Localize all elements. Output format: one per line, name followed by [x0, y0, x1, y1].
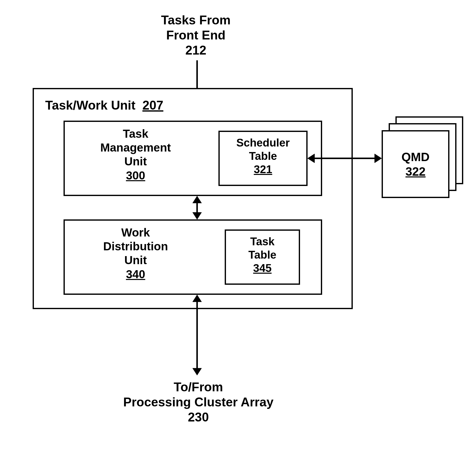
bottom-l1: To/From	[174, 380, 223, 394]
tt-l2: Table	[248, 249, 276, 261]
tmu-l1: Task	[123, 127, 148, 140]
top-line1: Tasks From	[161, 13, 231, 27]
wdu-l2: Distribution	[103, 240, 168, 253]
task-table-label: Task Table 345	[227, 235, 298, 275]
wdu-l1: Work	[121, 226, 150, 239]
top-line2: Front End	[166, 28, 225, 42]
svg-marker-10	[193, 368, 202, 375]
scheduler-table-label: Scheduler Table 321	[221, 136, 305, 176]
task-work-unit-title: Task/Work Unit 207	[45, 98, 163, 113]
diagram-canvas: Tasks From Front End 212 Task/Work Unit …	[0, 0, 468, 476]
tt-num: 345	[253, 262, 271, 274]
tmu-l3: Unit	[124, 155, 147, 168]
tmu-num: 300	[126, 169, 145, 182]
sched-num: 321	[254, 163, 272, 175]
sched-l2: Table	[249, 150, 277, 162]
wdu-num: 340	[126, 268, 145, 281]
top-input-label: Tasks From Front End 212	[108, 13, 284, 58]
arrow-tmu-wdu	[195, 196, 200, 219]
bottom-l2: Processing Cluster Array	[123, 395, 273, 409]
arrow-sched-qmd	[308, 156, 382, 161]
top-num: 212	[185, 43, 206, 57]
wdu-l3: Unit	[124, 254, 147, 267]
twu-title-text: Task/Work Unit	[45, 98, 135, 112]
sched-l1: Scheduler	[236, 136, 290, 149]
arrow-wdu-bottom	[195, 295, 200, 375]
qmd-title: QMD	[401, 150, 430, 164]
wdu-label: Work Distribution Unit 340	[72, 226, 200, 281]
bottom-num: 230	[188, 410, 209, 424]
twu-num: 207	[142, 98, 163, 112]
tmu-label: Task Management Unit 300	[72, 127, 200, 182]
bottom-output-label: To/From Processing Cluster Array 230	[88, 379, 309, 425]
tt-l1: Task	[250, 235, 274, 248]
tmu-l2: Management	[100, 141, 171, 154]
svg-marker-7	[375, 154, 382, 163]
qmd-num: 322	[405, 165, 426, 178]
qmd-label: QMD 322	[384, 150, 447, 179]
